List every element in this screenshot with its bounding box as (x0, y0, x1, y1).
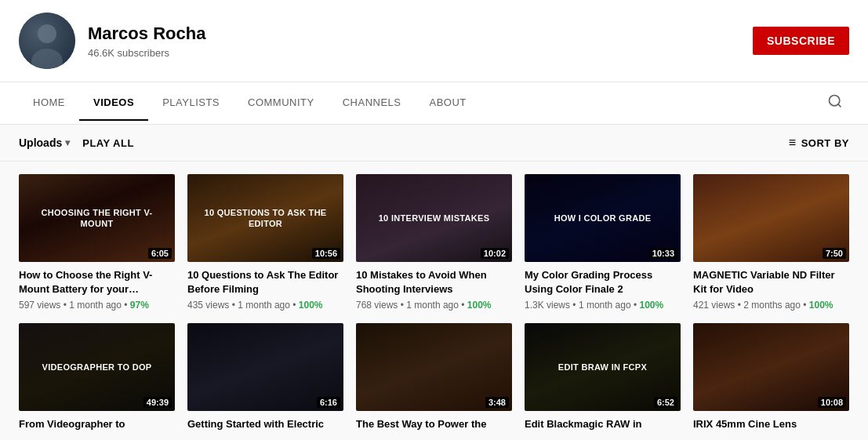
video-title-6: From Videographer to (19, 417, 175, 431)
sort-by-label: SORT BY (801, 137, 849, 149)
uploads-dropdown[interactable]: Uploads ▾ (19, 136, 70, 149)
toolbar-left: Uploads ▾ PLAY ALL (19, 136, 134, 149)
duration-2: 10:56 (312, 248, 340, 259)
video-grid: CHOOSING THE RIGHT V-MOUNT 6:05 How to C… (0, 162, 868, 440)
thumb-text-1: CHOOSING THE RIGHT V-MOUNT (25, 207, 169, 230)
channel-info: Marcos Rocha 46.6K subscribers (19, 13, 205, 69)
duration-5: 7:50 (823, 248, 846, 259)
video-title-8: The Best Way to Power the (356, 417, 512, 431)
video-card-5[interactable]: 7:50 MAGNETIC Variable ND Filter Kit for… (693, 174, 849, 311)
tab-community[interactable]: COMMUNITY (234, 85, 329, 121)
channel-header: Marcos Rocha 46.6K subscribers SUBSCRIBE (0, 0, 868, 82)
video-title-7: Getting Started with Electric (187, 417, 343, 431)
uploads-label: Uploads (19, 136, 62, 149)
thumb-text-6: VIDEOGRAPHER to DOP (42, 362, 152, 373)
search-icon[interactable] (821, 82, 849, 124)
video-meta-2: 435 views • 1 month ago • 100% (187, 300, 343, 311)
duration-6: 49:39 (143, 397, 172, 408)
video-title-2: 10 Questions to Ask The Editor Before Fi… (187, 268, 343, 296)
video-card-4[interactable]: HOW I COLOR GRADE 10:33 My Color Grading… (525, 174, 681, 311)
video-meta-3: 768 views • 1 month ago • 100% (356, 300, 512, 311)
duration-8: 3:48 (485, 397, 509, 408)
avatar-image (19, 13, 75, 69)
duration-3: 10:02 (481, 248, 509, 259)
video-card-2[interactable]: 10 QUESTIONS TO ASK THE EDITOR 10:56 10 … (187, 174, 343, 311)
subscribe-button[interactable]: SUBSCRIBE (753, 27, 849, 55)
video-card-7[interactable]: 6:16 Getting Started with Electric (187, 323, 343, 435)
video-title-4: My Color Grading Process Using Color Fin… (525, 268, 681, 296)
avatar (19, 13, 75, 69)
video-meta-1: 597 views • 1 month ago • 97% (19, 300, 175, 311)
thumbnail-2: 10 QUESTIONS TO ASK THE EDITOR 10:56 (187, 174, 343, 262)
subscriber-count: 46.6K subscribers (88, 47, 205, 59)
svg-line-4 (838, 104, 841, 107)
svg-point-1 (31, 49, 63, 69)
video-title-9: Edit Blackmagic RAW in (525, 417, 681, 431)
tab-playlists[interactable]: PLAYLISTS (148, 85, 234, 121)
video-card-8[interactable]: 3:48 The Best Way to Power the (356, 323, 512, 435)
duration-4: 10:33 (649, 248, 677, 259)
duration-9: 6:52 (654, 397, 677, 408)
video-card-3[interactable]: 10 Interview Mistakes 10:02 10 Mistakes … (356, 174, 512, 311)
tab-videos[interactable]: VIDEOS (79, 85, 148, 121)
thumb-text-3: 10 Interview Mistakes (379, 213, 490, 224)
tab-channels[interactable]: CHANNELS (329, 85, 416, 121)
video-card-1[interactable]: CHOOSING THE RIGHT V-MOUNT 6:05 How to C… (19, 174, 175, 311)
video-meta-4: 1.3K views • 1 month ago • 100% (525, 300, 681, 311)
toolbar: Uploads ▾ PLAY ALL ≡ SORT BY (0, 125, 868, 162)
video-card-6[interactable]: VIDEOGRAPHER to DOP 49:39 From Videograp… (19, 323, 175, 435)
thumbnail-5: 7:50 (693, 174, 849, 262)
video-card-9[interactable]: EDIT BRAW IN FCPX 6:52 Edit Blackmagic R… (525, 323, 681, 435)
nav-tabs: HOME VIDEOS PLAYLISTS COMMUNITY CHANNELS… (0, 82, 868, 125)
thumbnail-10: 10:08 (693, 323, 849, 411)
video-title-1: How to Choose the Right V-Mount Battery … (19, 268, 175, 296)
duration-10: 10:08 (818, 397, 846, 408)
channel-text: Marcos Rocha 46.6K subscribers (88, 24, 205, 59)
video-title-5: MAGNETIC Variable ND Filter Kit for Vide… (693, 268, 849, 296)
duration-7: 6:16 (317, 397, 340, 408)
video-title-3: 10 Mistakes to Avoid When Shooting Inter… (356, 268, 512, 296)
video-meta-5: 421 views • 2 months ago • 100% (693, 300, 849, 311)
thumbnail-1: CHOOSING THE RIGHT V-MOUNT 6:05 (19, 174, 175, 262)
thumbnail-8: 3:48 (356, 323, 512, 411)
thumbnail-9: EDIT BRAW IN FCPX 6:52 (525, 323, 681, 411)
sort-by-button[interactable]: ≡ SORT BY (789, 136, 849, 150)
svg-point-3 (830, 96, 840, 106)
thumb-text-2: 10 QUESTIONS TO ASK THE EDITOR (194, 207, 337, 230)
thumbnail-6: VIDEOGRAPHER to DOP 49:39 (19, 323, 175, 411)
thumbnail-7: 6:16 (187, 323, 343, 411)
tab-home[interactable]: HOME (19, 85, 79, 121)
thumbnail-3: 10 Interview Mistakes 10:02 (356, 174, 512, 262)
tab-about[interactable]: ABOUT (416, 85, 481, 121)
svg-point-0 (38, 24, 56, 43)
play-all-button[interactable]: PLAY ALL (82, 137, 134, 149)
thumb-text-9: EDIT BRAW IN FCPX (558, 362, 647, 373)
sort-icon: ≡ (789, 136, 797, 150)
video-title-10: IRIX 45mm Cine Lens (693, 417, 849, 431)
chevron-down-icon: ▾ (65, 137, 70, 148)
channel-name: Marcos Rocha (88, 24, 205, 44)
thumbnail-4: HOW I COLOR GRADE 10:33 (525, 174, 681, 262)
video-card-10[interactable]: 10:08 IRIX 45mm Cine Lens (693, 323, 849, 435)
thumb-text-4: HOW I COLOR GRADE (554, 213, 652, 224)
duration-1: 6:05 (148, 248, 172, 259)
